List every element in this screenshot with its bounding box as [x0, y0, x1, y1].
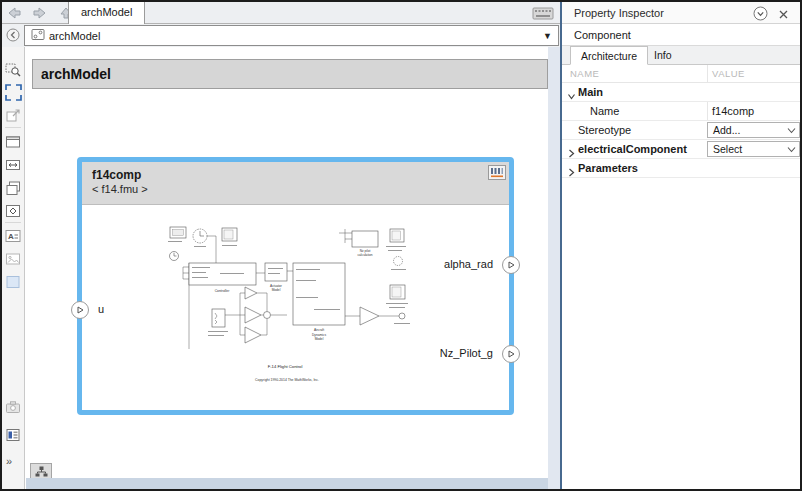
stereotype-dropdown[interactable]: Add... — [707, 122, 800, 138]
tab-info[interactable]: Info — [644, 46, 682, 65]
component-header[interactable]: f14comp < f14.fmu > — [82, 162, 509, 205]
tab-architecture[interactable]: Architecture — [570, 46, 648, 65]
electrical-component-dropdown[interactable]: Select — [707, 141, 800, 157]
copy-view-icon[interactable] — [5, 180, 22, 197]
property-inspector-header: Property Inspector — [562, 2, 800, 24]
annotation-icon[interactable]: A — [5, 228, 22, 245]
row-parameters-label: Parameters — [578, 159, 638, 177]
profile-badge-icon[interactable] — [5, 427, 22, 444]
screenshot-icon[interactable] — [5, 399, 22, 416]
fit-to-view-icon[interactable] — [5, 84, 22, 101]
f14-diagram-thumbnail: Controller Actuator Model Aircraft Dynam… — [162, 217, 446, 399]
canvas-scroll-area[interactable] — [548, 47, 560, 489]
chevron-down-icon — [787, 127, 796, 135]
component-f14comp[interactable]: f14comp < f14.fmu > — [77, 157, 514, 415]
column-name: NAME — [570, 65, 599, 83]
palette-separator — [5, 222, 21, 223]
component-reference: < f14.fmu > — [92, 183, 499, 195]
palette-expand-icon[interactable]: » — [6, 455, 12, 467]
svg-text:A: A — [8, 232, 14, 241]
row-electrical-label: electricalComponent — [578, 140, 687, 158]
name-value[interactable]: f14comp — [712, 102, 754, 120]
zoom-region-icon[interactable] — [5, 61, 22, 78]
close-icon[interactable] — [777, 6, 790, 28]
output-port-icon — [506, 260, 516, 270]
row-electrical-component[interactable]: electricalComponent Select — [562, 140, 800, 159]
diagram-canvas[interactable]: archModel f14comp < f14.fmu > — [26, 47, 548, 489]
tab-archmodel[interactable]: archModel — [68, 2, 145, 24]
grid-column-header: NAME VALUE — [562, 65, 800, 83]
controller-label: Controller — [215, 289, 231, 293]
expand-icon[interactable] — [567, 164, 576, 182]
output-port-alpha-rad[interactable] — [502, 256, 520, 274]
output-port-label-alpha-rad: alpha_rad — [444, 258, 493, 270]
model-icon — [31, 27, 45, 45]
property-inspector: Property Inspector Component Architectur… — [562, 2, 800, 489]
fmu-badge-icon[interactable] — [488, 165, 506, 184]
input-port-icon — [75, 305, 85, 315]
simulink-window: archModel archModel ▼ — [0, 0, 802, 491]
tab-archmodel-label: archModel — [81, 6, 132, 18]
forward-icon[interactable] — [32, 5, 48, 21]
aircraft-label-3: Model — [315, 337, 324, 341]
aircraft-label-2: Dynamics — [312, 333, 326, 337]
f14-copyright: Copyright 1990-2014 The MathWorks, Inc. — [255, 378, 319, 382]
row-parameters[interactable]: Parameters — [562, 159, 800, 178]
back-icon[interactable] — [6, 5, 22, 21]
output-port-icon — [506, 349, 516, 359]
hierarchy-icon — [35, 466, 48, 477]
nz-calc-label-2: calculation — [357, 253, 372, 257]
inspector-tab-bar: Architecture Info — [562, 46, 800, 65]
row-stereotype-label: Stereotype — [578, 121, 631, 139]
f14-title: F-14 Flight Control — [268, 364, 303, 369]
image-annotation-icon[interactable] — [5, 251, 22, 268]
row-stereotype[interactable]: Stereotype Add... — [562, 121, 800, 140]
input-port-label: u — [98, 303, 104, 315]
panel-menu-icon[interactable] — [753, 6, 768, 28]
document-tab-bar: archModel — [2, 2, 560, 24]
output-port-label-nz-pilot-g: Nz_Pilot_g — [440, 347, 493, 359]
model-browser-toggle[interactable] — [30, 463, 52, 478]
auto-arrange-icon[interactable] — [5, 203, 22, 220]
status-bar — [26, 478, 548, 489]
electrical-dropdown-value: Select — [713, 143, 742, 155]
breadcrumb[interactable]: archModel ▼ — [24, 25, 559, 46]
stereotype-dropdown-value: Add... — [713, 124, 740, 136]
actuator-label-2: Model — [272, 288, 281, 292]
column-value: VALUE — [712, 65, 745, 83]
open-in-new-icon[interactable] — [5, 107, 22, 124]
diagram-title-bar: archModel — [32, 59, 548, 89]
breadcrumb-dropdown-icon[interactable]: ▼ — [543, 31, 552, 41]
palette-separator — [5, 127, 21, 128]
viewport-icon[interactable] — [5, 134, 22, 151]
input-port-u[interactable] — [71, 301, 89, 319]
diagram-title: archModel — [41, 66, 111, 82]
row-name-label: Name — [590, 102, 619, 120]
row-main[interactable]: Main — [562, 83, 800, 102]
area-annotation-icon[interactable] — [5, 274, 22, 291]
column-divider — [707, 65, 708, 82]
fit-width-icon[interactable] — [5, 157, 22, 174]
palette-strip: A » — [2, 47, 25, 489]
explorer-bar-toggle-icon[interactable] — [5, 27, 21, 43]
row-main-label: Main — [578, 83, 603, 101]
output-port-nz-pilot-g[interactable] — [502, 345, 520, 363]
property-inspector-title: Property Inspector — [574, 7, 664, 19]
aircraft-label-1: Aircraft — [314, 328, 324, 332]
row-name[interactable]: Name f14comp — [562, 102, 800, 121]
breadcrumb-item[interactable]: archModel — [49, 30, 100, 42]
keyboard-icon[interactable] — [532, 6, 554, 24]
chevron-down-icon — [787, 146, 796, 154]
address-bar: archModel ▼ — [2, 24, 560, 47]
column-divider — [707, 102, 708, 120]
component-name: f14comp — [92, 168, 499, 182]
